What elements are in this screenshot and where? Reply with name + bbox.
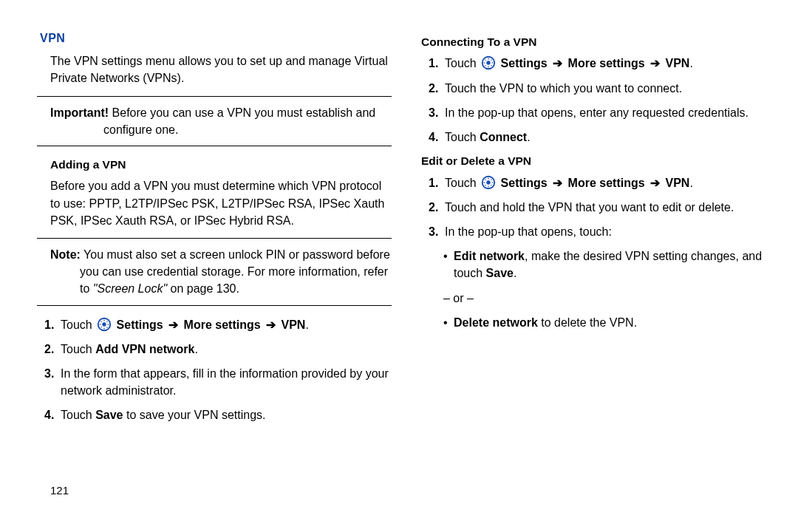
bullet-text: Delete network to delete the VPN. [454, 314, 776, 331]
connecting-step-2: 2. Touch the VPN to which you want to co… [429, 80, 776, 97]
adding-step-4: 4. Touch Save to save your VPN settings. [44, 406, 392, 423]
step-text: Touch the VPN to which you want to conne… [445, 80, 776, 97]
touch-label: Touch [445, 177, 480, 189]
step-number: 2. [429, 80, 445, 97]
intro-text: The VPN settings menu allows you to set … [50, 52, 392, 86]
settings-label: Settings [117, 318, 167, 331]
settings-icon [481, 55, 496, 70]
note-tail: on page 130. [167, 282, 239, 295]
edit-title: Edit or Delete a VPN [421, 153, 776, 169]
touch-label: Touch [445, 131, 480, 143]
step-number: 3. [429, 104, 445, 121]
step-text: Touch Settings ➔ More settings ➔ VPN. [445, 174, 776, 191]
vpn-label: VPN [662, 177, 689, 189]
vpn-label: VPN [662, 57, 689, 69]
adding-vpn-title: Adding a VPN [50, 157, 392, 173]
step-text: In the form that appears, fill in the in… [61, 365, 392, 399]
note-label: Note: [50, 248, 81, 261]
step-number: 3. [44, 365, 61, 382]
edit-steps: 1. Touch Settings ➔ More settings ➔ VPN.… [421, 174, 776, 241]
bullet-text: Edit network, make the desired VPN setti… [454, 248, 776, 282]
add-vpn-network-label: Add VPN network [95, 343, 194, 355]
note-text: Note: You must also set a screen unlock … [50, 246, 392, 298]
manual-page: VPN The VPN settings menu allows you to … [0, 0, 798, 514]
important-box: Important! Before you can use a VPN you … [37, 96, 392, 146]
connecting-title: Connecting To a VPN [421, 34, 776, 50]
vpn-label: VPN [278, 318, 305, 331]
touch-label: Touch [61, 409, 95, 421]
step-number: 1. [44, 316, 61, 333]
adding-step-3: 3. In the form that appears, fill in the… [44, 365, 392, 399]
left-column: VPN The VPN settings menu allows you to … [37, 30, 392, 499]
step-number: 2. [429, 199, 445, 216]
step-text: In the pop-up that opens, enter any requ… [445, 104, 776, 121]
arrow-icon: ➔ [264, 318, 278, 331]
more-settings-label: More settings [565, 57, 648, 69]
adding-step-1: 1. Touch Settings ➔ More settings ➔ VPN. [44, 316, 392, 333]
step-text: Touch Settings ➔ More settings ➔ VPN. [445, 55, 776, 72]
touch-label: Touch [61, 343, 95, 355]
adding-step-2: 2. Touch Add VPN network. [44, 341, 392, 358]
edit-network-label: Edit network [454, 250, 525, 262]
bullet-dot: • [443, 314, 454, 331]
step-number: 1. [429, 55, 445, 72]
touch-label: Touch [61, 318, 95, 331]
arrow-icon: ➔ [550, 177, 565, 189]
more-settings-label: More settings [180, 318, 264, 331]
important-text: Important! Before you can use a VPN you … [50, 104, 392, 138]
step-text: Touch Save to save your VPN settings. [61, 406, 392, 423]
settings-label: Settings [501, 177, 551, 189]
step-number: 3. [429, 223, 445, 240]
or-separator: – or – [443, 290, 776, 307]
touch-label: Touch [445, 57, 480, 69]
settings-icon [481, 175, 496, 190]
period: . [527, 131, 530, 143]
connecting-step-4: 4. Touch Connect. [429, 129, 776, 146]
more-settings-label: More settings [565, 177, 648, 189]
step-text: Touch Add VPN network. [61, 341, 392, 358]
period: . [305, 318, 308, 331]
connecting-step-1: 1. Touch Settings ➔ More settings ➔ VPN. [429, 55, 776, 72]
edit-bullet-1: • Edit network, make the desired VPN set… [443, 248, 776, 282]
arrow-icon: ➔ [166, 318, 180, 331]
step-text: Touch Connect. [445, 129, 776, 146]
edit-step-2: 2. Touch and hold the VPN that you want … [429, 199, 776, 216]
step-number: 2. [44, 341, 61, 358]
period: . [689, 57, 692, 69]
connecting-step-3: 3. In the pop-up that opens, enter any r… [429, 104, 776, 121]
arrow-icon: ➔ [648, 57, 662, 69]
right-column: Connecting To a VPN 1. Touch Settings ➔ … [421, 30, 776, 499]
delete-network-label: Delete network [454, 316, 538, 329]
save-label: Save [95, 409, 123, 421]
connect-label: Connect [480, 131, 527, 143]
step-text: In the pop-up that opens, touch: [445, 223, 776, 240]
period: . [194, 343, 197, 355]
bullet-dot: • [443, 248, 454, 282]
connecting-steps: 1. Touch Settings ➔ More settings ➔ VPN.… [421, 55, 776, 146]
step-number: 4. [44, 406, 61, 423]
settings-label: Settings [501, 57, 551, 69]
edit-bullets: • Edit network, make the desired VPN set… [429, 248, 776, 282]
note-ref: "Screen Lock" [93, 282, 167, 295]
save-tail: to save your VPN settings. [123, 409, 266, 421]
edit-step-1: 1. Touch Settings ➔ More settings ➔ VPN. [429, 174, 776, 191]
page-number: 121 [50, 482, 392, 499]
important-body: Before you can use a VPN you must establ… [103, 106, 375, 136]
edit-step-3: 3. In the pop-up that opens, touch: [429, 223, 776, 240]
adding-steps: 1. Touch Settings ➔ More settings ➔ VPN.… [37, 316, 392, 424]
section-title-vpn: VPN [40, 30, 392, 47]
period: . [514, 267, 516, 279]
bullet-body: to delete the VPN. [538, 316, 637, 329]
arrow-icon: ➔ [550, 57, 565, 69]
important-label: Important! [50, 106, 109, 119]
arrow-icon: ➔ [648, 177, 662, 189]
adding-vpn-intro: Before you add a VPN you must determine … [50, 177, 392, 229]
period: . [689, 177, 692, 189]
edit-bullets-2: • Delete network to delete the VPN. [429, 314, 776, 331]
settings-icon [97, 317, 112, 332]
edit-bullet-2: • Delete network to delete the VPN. [443, 314, 776, 331]
note-box: Note: You must also set a screen unlock … [37, 238, 392, 306]
step-text: Touch Settings ➔ More settings ➔ VPN. [61, 316, 392, 333]
step-number: 1. [429, 174, 445, 191]
step-number: 4. [429, 129, 445, 146]
